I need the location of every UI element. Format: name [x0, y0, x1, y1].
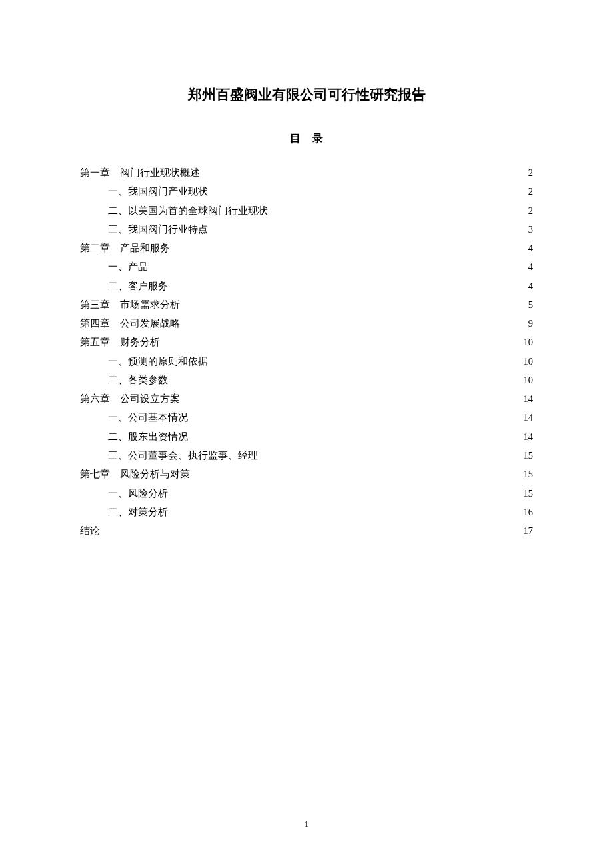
toc-entry-text: 我国阀门产业现状 — [128, 182, 208, 201]
toc-entry: 二、对策分析16 — [80, 503, 533, 521]
toc-entry-text: 风险分析 — [128, 484, 168, 503]
toc-entry-label: 一、 — [108, 257, 128, 276]
toc-entry-label: 一、 — [108, 182, 128, 201]
toc-entry-text: 对策分析 — [128, 503, 168, 521]
toc-entry-text: 市场需求分析 — [120, 295, 180, 314]
toc-entry-label: 三、 — [108, 220, 128, 239]
toc-entry-text: 阀门行业现状概述 — [120, 163, 200, 182]
toc-entry-page: 15 — [524, 484, 534, 503]
toc-entry-text: 公司基本情况 — [128, 408, 188, 427]
toc-entry-label: 第五章 — [80, 333, 120, 351]
toc-entry-text: 风险分析与对策 — [120, 465, 190, 483]
toc-entry-text: 股东出资情况 — [128, 427, 188, 446]
toc-entry-page: 2 — [528, 201, 533, 220]
toc-entry: 一、公司基本情况14 — [80, 408, 533, 427]
toc-entry-label: 二、 — [108, 371, 128, 389]
toc-entry-text: 公司设立方案 — [120, 389, 180, 408]
toc-entry-page: 4 — [528, 257, 533, 276]
toc-entry-page: 15 — [524, 446, 534, 465]
toc-entry-text: 客户服务 — [128, 277, 168, 295]
toc-entry: 一、预测的原则和依据10 — [80, 352, 533, 371]
toc-entry-page: 4 — [528, 277, 533, 295]
toc-entry-label: 第三章 — [80, 295, 120, 314]
table-of-contents: 第一章 阀门行业现状概述2一、我国阀门产业现状2二、以美国为首的全球阀门行业现状… — [80, 163, 533, 540]
toc-entry: 第六章 公司设立方案14 — [80, 389, 533, 408]
toc-entry-label: 第六章 — [80, 389, 120, 408]
toc-entry: 三、公司董事会、执行监事、经理15 — [80, 446, 533, 465]
toc-entry: 一、产品4 — [80, 257, 533, 276]
toc-entry-label: 二、 — [108, 201, 128, 220]
toc-entry: 三、我国阀门行业特点3 — [80, 220, 533, 239]
toc-entry: 第一章 阀门行业现状概述2 — [80, 163, 533, 182]
toc-heading: 目录 — [80, 132, 533, 146]
toc-entry: 第四章 公司发展战略9 — [80, 314, 533, 333]
toc-entry-text: 公司董事会、执行监事、经理 — [128, 446, 258, 465]
document-page: 郑州百盛阀业有限公司可行性研究报告 目录 第一章 阀门行业现状概述2一、我国阀门… — [0, 0, 613, 540]
toc-entry-page: 14 — [524, 427, 534, 446]
toc-entry-page: 14 — [524, 389, 534, 408]
toc-entry-text: 预测的原则和依据 — [128, 352, 208, 371]
toc-entry-label: 一、 — [108, 352, 128, 371]
toc-entry: 二、以美国为首的全球阀门行业现状2 — [80, 201, 533, 220]
toc-entry-label: 二、 — [108, 277, 128, 295]
toc-entry-text: 财务分析 — [120, 333, 160, 351]
toc-entry: 二、各类参数10 — [80, 371, 533, 389]
toc-entry-page: 3 — [528, 220, 533, 239]
toc-entry-label: 三、 — [108, 446, 128, 465]
toc-entry: 一、我国阀门产业现状2 — [80, 182, 533, 201]
toc-entry-page: 9 — [528, 314, 533, 333]
toc-entry-page: 15 — [524, 465, 534, 483]
toc-entry-label: 第七章 — [80, 465, 120, 483]
toc-entry-page: 4 — [528, 239, 533, 257]
toc-entry: 第五章 财务分析10 — [80, 333, 533, 351]
toc-entry-text: 产品和服务 — [120, 239, 170, 257]
toc-entry-page: 17 — [524, 521, 534, 540]
toc-entry-label: 一、 — [108, 408, 128, 427]
toc-entry-page: 10 — [524, 333, 534, 351]
toc-entry-label: 二、 — [108, 427, 128, 446]
toc-entry: 二、客户服务4 — [80, 277, 533, 295]
page-number: 1 — [0, 819, 613, 829]
toc-entry-page: 5 — [528, 295, 533, 314]
toc-entry-label: 第一章 — [80, 163, 120, 182]
toc-entry-page: 2 — [528, 182, 533, 201]
toc-entry-label: 一、 — [108, 484, 128, 503]
toc-entry-text: 我国阀门行业特点 — [128, 220, 208, 239]
toc-entry: 二、股东出资情况14 — [80, 427, 533, 446]
toc-entry-text: 结论 — [80, 521, 100, 540]
toc-entry: 第七章 风险分析与对策15 — [80, 465, 533, 483]
toc-entry-label: 二、 — [108, 503, 128, 521]
toc-entry-page: 2 — [528, 163, 533, 182]
toc-entry-text: 公司发展战略 — [120, 314, 180, 333]
toc-entry-page: 14 — [524, 408, 534, 427]
toc-entry: 第三章 市场需求分析5 — [80, 295, 533, 314]
toc-entry-text: 各类参数 — [128, 371, 168, 389]
toc-entry-label: 第二章 — [80, 239, 120, 257]
toc-entry-page: 16 — [524, 503, 534, 521]
toc-entry: 一、风险分析15 — [80, 484, 533, 503]
toc-entry-text: 产品 — [128, 257, 148, 276]
toc-entry-label: 第四章 — [80, 314, 120, 333]
toc-entry: 结论17 — [80, 521, 533, 540]
toc-entry-text: 以美国为首的全球阀门行业现状 — [128, 201, 268, 220]
toc-entry-page: 10 — [524, 371, 534, 389]
document-title: 郑州百盛阀业有限公司可行性研究报告 — [80, 85, 533, 104]
toc-entry: 第二章 产品和服务4 — [80, 239, 533, 257]
toc-entry-page: 10 — [524, 352, 534, 371]
